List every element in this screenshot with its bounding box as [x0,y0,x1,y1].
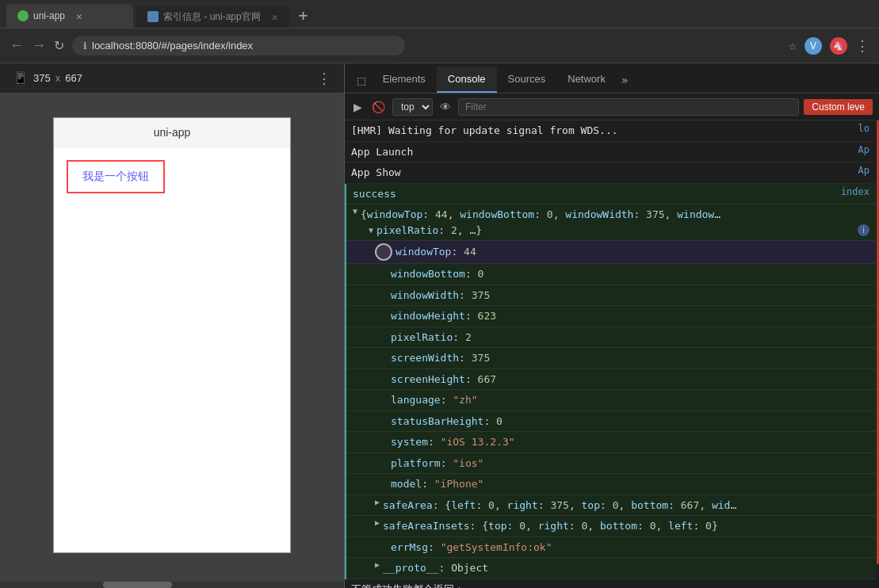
new-tab-button[interactable]: + [292,6,315,25]
console-line-safearea: ▶ safeArea: {left: 0, right: 375, top: 0… [346,495,876,517]
console-line-text: windowHeight: 623 [391,308,869,324]
console-line-objsummary2: ▼ pixelRatio: 2, …} i [346,223,876,242]
main-layout: 📱 375 x 667 ⋮ uni-app 我是一个按钮 [0,63,879,588]
extension-icon[interactable]: 🦄 [830,37,847,55]
console-line-text: pixelRatio: 2 [391,330,869,346]
phone-button[interactable]: 我是一个按钮 [67,160,165,193]
tab1-favicon [17,10,29,21]
console-line-text: language: "zh" [391,392,869,408]
console-line-windowbottom: windowBottom: 0 [346,264,876,285]
bookmark-icon[interactable]: ☆ [789,38,797,53]
address-text: localhost:8080/#/pages/index/index [92,40,253,52]
console-line-language: language: "zh" [346,390,876,411]
console-line-safeareainsets: ▶ safeAreaInsets: {top: 0, right: 0, bot… [346,516,876,537]
phone-screen: uni-app 我是一个按钮 [53,117,291,553]
console-line-proto: ▶ __proto__: Object [346,558,876,579]
console-line-text: 不管成功失败都会返回： [351,582,869,589]
devtools-panel: ⬚ Elements Console Sources Network » ▶ 🚫 [345,63,879,588]
toolbar-right-icons: ☆ V 🦄 ⋮ [789,37,869,55]
phone-simulator-area: uni-app 我是一个按钮 [0,94,344,582]
menu-icon[interactable]: ⋮ [855,37,869,54]
refresh-button[interactable]: ↻ [54,38,64,53]
device-toggle-icon[interactable]: 📱 [13,71,29,86]
info-badge[interactable]: i [858,224,869,236]
console-line-platform: platform: "ios" [346,453,876,475]
console-line-text: model: "iPhone" [391,476,869,492]
tab1-close[interactable]: ✕ [76,10,82,22]
profile-icon[interactable]: V [804,37,822,55]
device-more-menu[interactable]: ⋮ [317,70,331,86]
phone-scrollbar[interactable] [0,582,344,588]
console-line-pixelratio: pixelRatio: 2 [346,327,876,349]
tab2-favicon [147,11,159,22]
tab1-title: uni-app [33,10,65,21]
tab-elements[interactable]: Elements [372,67,437,93]
console-line-windowtop: windowTop: 44 [346,241,876,264]
phone-title-bar: uni-app [54,118,290,147]
console-line-text: {windowTop: 44, windowBottom: 0, windowW… [361,207,869,223]
device-width: 375 [33,72,51,84]
console-line-text: pixelRatio: 2, …} [376,223,854,239]
console-output[interactable]: [HMR] Waiting for update signal from WDS… [345,120,879,588]
console-line-text: statusBarHeight: 0 [391,414,869,430]
console-line-windowwidth: windowWidth: 375 [346,285,876,307]
console-line-screenwidth: screenWidth: 375 [346,348,876,369]
phone-content-area: 我是一个按钮 [54,147,290,206]
device-x-label: x [55,72,61,84]
block-console-button[interactable]: 🚫 [369,98,388,116]
execute-console-button[interactable]: ▶ [351,98,365,116]
address-bar[interactable]: ℹ localhost:8080/#/pages/index/index [72,36,405,55]
console-output-wrapper: [HMR] Waiting for update signal from WDS… [345,120,879,588]
expand-toggle2[interactable]: ▼ [369,226,373,235]
console-line-text: windowTop: 44 [396,244,869,260]
console-line-text: [HMR] Waiting for update signal from WDS… [351,123,852,139]
expand-toggle[interactable]: ▼ [353,207,357,216]
console-line-text: safeArea: {left: 0, right: 375, top: 0, … [383,498,869,514]
console-line-text: screenWidth: 375 [391,350,869,366]
console-line-text: windowBottom: 0 [391,266,869,282]
eye-icon-button[interactable]: 👁 [438,98,453,116]
custom-level-button[interactable]: Custom leve [804,99,873,115]
secure-icon: ℹ [83,40,87,52]
console-line-screenheight: screenHeight: 667 [346,369,876,391]
left-panel: 📱 375 x 667 ⋮ uni-app 我是一个按钮 [0,63,345,588]
console-line-model: model: "iPhone" [346,474,876,495]
browser-tab-bar: uni-app ✕ 索引信息 - uni-app官网 ✕ + [0,0,879,29]
console-line-text: App Launch [351,144,852,160]
tab-network[interactable]: Network [556,67,617,93]
address-bar-row: ← → ↻ ℹ localhost:8080/#/pages/index/ind… [0,29,879,63]
console-line-text: safeAreaInsets: {top: 0, right: 0, botto… [383,518,869,534]
forward-button[interactable]: → [32,37,46,54]
console-line-objsummary: ▼ {windowTop: 44, windowBottom: 0, windo… [346,204,876,223]
tab-2[interactable]: 索引信息 - uni-app官网 ✕ [136,6,289,28]
console-line-statusbarheight: statusBarHeight: 0 [346,411,876,433]
console-line-source[interactable]: Ap [858,165,869,176]
back-button[interactable]: ← [10,37,24,54]
console-line-errmsg: errMsg: "getSystemInfo:ok" [346,537,876,559]
console-line-source[interactable]: lo [858,123,869,134]
device-toolbar: 📱 375 x 667 ⋮ [0,63,344,94]
tab-sources[interactable]: Sources [497,67,557,93]
console-line-appshow: App Show Ap [345,162,876,184]
tab-console[interactable]: Console [437,67,497,93]
tab2-close[interactable]: ✕ [272,11,278,23]
safeareainsets-toggle[interactable]: ▶ [375,518,380,527]
tab-more[interactable]: » [617,67,632,93]
safearea-toggle[interactable]: ▶ [375,498,380,506]
console-line-windowheight: windowHeight: 623 [346,306,876,327]
tab-1[interactable]: uni-app ✕ [6,4,133,28]
context-selector[interactable]: top [392,98,433,116]
tab-inspect[interactable]: ⬚ [351,68,372,93]
proto-toggle[interactable]: ▶ [375,560,380,569]
console-line-source[interactable]: index [841,186,869,197]
console-line-success: success index [346,184,876,205]
console-line-text: screenHeight: 667 [391,372,869,388]
console-line-system: system: "iOS 13.2.3" [346,432,876,453]
devtools-tab-bar: ⬚ Elements Console Sources Network » [345,63,879,94]
tab2-title: 索引信息 - uni-app官网 [163,10,261,24]
console-success-block: success index ▼ {windowTop: 44, windowBo… [345,184,876,579]
console-line-applaunch: App Launch Ap [345,142,876,163]
console-line-source[interactable]: Ap [858,144,869,155]
console-line-text: App Show [351,165,852,181]
console-filter-input[interactable] [458,98,799,116]
